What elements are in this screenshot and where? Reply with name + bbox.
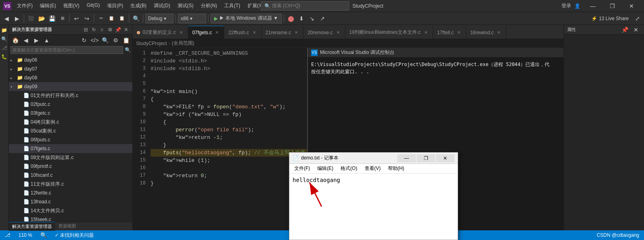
tree-folder-item[interactable]: ▸📁day07 (9, 64, 132, 73)
sidebar-up-btn[interactable]: ▲ (42, 35, 52, 45)
editor-tab[interactable]: 07fgets.c✕ (188, 26, 225, 39)
sidebar-filter-btn[interactable]: ≡ (99, 27, 105, 33)
cut-btn[interactable]: ✂ (96, 14, 106, 23)
debug-mode-dropdown[interactable]: Debug ▾ (145, 14, 173, 23)
menu-item[interactable]: 调试(D) (151, 2, 173, 10)
notepad-menu-item[interactable]: 编辑(E) (314, 164, 336, 173)
editor-tab[interactable]: 02变量的定义.c✕ (133, 26, 188, 39)
activity-git[interactable]: ⎇ (1, 44, 8, 52)
code-content[interactable]: #define _CRT_SECURE_NO_WARNINGS#include … (149, 48, 307, 230)
tab-close-btn[interactable]: ✕ (252, 30, 257, 35)
forward-btn[interactable]: ▶ (12, 14, 22, 23)
tree-file-item[interactable]: 📄08文件版四则运算.c (9, 153, 132, 162)
menu-item[interactable]: 视图(V) (60, 2, 83, 10)
tree-file-item[interactable]: 📄15fseek.c (9, 215, 132, 221)
menu-item[interactable]: 生成(B) (127, 2, 150, 10)
search-toolbar-btn[interactable]: 🔍 (131, 14, 141, 23)
tree-file-item[interactable]: 📄02fputc.c (9, 100, 132, 109)
tree-file-item[interactable]: 📄13fread.c (9, 197, 132, 206)
tree-folder-item[interactable]: ▾📁day09 (9, 82, 132, 91)
tree-file-item[interactable]: 📄10fscanf.c (9, 171, 132, 180)
run-btn[interactable]: ▶ ▶ 本地 Windows 调试器 ▼ (211, 14, 282, 23)
step-over-btn[interactable]: ⬇ (297, 14, 306, 23)
sidebar-collapse-btn[interactable]: ⊟ (83, 27, 89, 33)
copy-btn[interactable]: 📋 (107, 14, 116, 23)
redo-btn[interactable]: ↪ (82, 14, 92, 23)
tree-file-item[interactable]: 📄04拷贝案例.c (9, 118, 132, 126)
undo-btn[interactable]: ↩ (72, 14, 81, 23)
sidebar-close-btn[interactable]: ✕ (123, 27, 129, 33)
step-in-btn[interactable]: ↘ (307, 14, 317, 23)
tree-folder-item[interactable]: ▸📁day06 (9, 56, 132, 64)
tree-file-item[interactable]: 📄06fputs.c (9, 135, 132, 144)
editor-tab[interactable]: 20remove.c✕ (303, 26, 345, 39)
tab-solution-explorer[interactable]: 解决方案资源管理器 (9, 222, 55, 231)
activity-search[interactable]: 🔍 (1, 35, 8, 43)
tab-close-btn[interactable]: ✕ (496, 30, 502, 35)
tree-file-item[interactable]: 📄03fgetc.c (9, 109, 132, 118)
menu-item[interactable]: 分析(N) (198, 2, 221, 10)
activity-debug[interactable]: 🐛 (1, 53, 8, 60)
sidebar-settings-btn[interactable]: ⚙ (107, 27, 113, 33)
sidebar-refresh-btn[interactable]: ↻ (91, 27, 97, 33)
status-zoom-icon[interactable]: 🔍 (39, 230, 48, 240)
status-git-icon[interactable]: ⎇ (3, 230, 12, 240)
menu-item[interactable]: 工具(T) (221, 2, 243, 10)
tree-file-item[interactable]: 📄05cat案例.c (9, 126, 132, 135)
search-box[interactable]: 🔍 搜索 (Ctrl+Q) (261, 1, 349, 10)
paste-btn[interactable]: 📋 (117, 14, 127, 23)
editor-tab[interactable]: 21rename.c✕ (262, 26, 303, 39)
tree-file-item[interactable]: 📄12fwrite.c (9, 188, 132, 197)
activity-explorer[interactable]: 📁 (1, 27, 8, 34)
sidebar-props-btn[interactable]: 📋 (121, 35, 131, 45)
menu-item[interactable]: 测试(S) (174, 2, 197, 10)
tab-close-btn[interactable]: ✕ (423, 30, 429, 35)
open-btn[interactable]: 📂 (37, 14, 46, 23)
back-btn[interactable]: ◀ (2, 14, 11, 23)
close-btn[interactable]: ✕ (622, 0, 641, 12)
save-btn[interactable]: 💾 (47, 14, 57, 23)
restore-btn[interactable]: ❐ (603, 0, 621, 12)
live-share-btn[interactable]: ⚡ 13 Live Share (588, 15, 632, 22)
tree-file-item[interactable]: 📄07fgets.c (9, 144, 132, 153)
notepad-close-btn[interactable]: ✕ (436, 154, 454, 162)
tab-close-btn[interactable]: ✕ (214, 30, 220, 35)
tab-close-btn[interactable]: ✕ (293, 30, 299, 35)
tree-file-item[interactable]: 📄11文件版排序.c (9, 180, 132, 188)
sidebar-code-btn[interactable]: </> (90, 35, 99, 45)
status-zoom[interactable]: 110 % (17, 230, 34, 240)
sidebar-search2-btn[interactable]: 🔍 (100, 35, 110, 45)
new-project-btn[interactable]: ⬛ (26, 14, 36, 23)
sidebar-forward-btn[interactable]: ▶ (31, 35, 41, 45)
tree-folder-item[interactable]: ▸📁day08 (9, 73, 132, 82)
notepad-menu-item[interactable]: 帮助(H) (385, 164, 408, 173)
sidebar-back-btn[interactable]: ◀ (21, 35, 31, 45)
tab-close-btn[interactable]: ✕ (456, 30, 462, 35)
menu-item[interactable]: 编辑(E) (37, 2, 59, 10)
login-btn[interactable]: 登录 (561, 2, 571, 9)
minimize-btn[interactable]: — (584, 0, 602, 12)
editor-tab[interactable]: 22fflush.c✕ (224, 26, 261, 39)
notepad-minimize-btn[interactable]: — (397, 154, 416, 162)
tab-close-btn[interactable]: ✕ (335, 30, 341, 35)
notepad-menu-item[interactable]: 文件(F) (291, 164, 313, 173)
right-panel-close-btn[interactable]: ✕ (631, 25, 641, 35)
sidebar-settings2-btn[interactable]: ⚙ (111, 35, 120, 45)
right-panel-pin-btn[interactable]: 📌 (620, 25, 630, 35)
editor-tab[interactable]: 19判断linux和windows文本文件.c✕ (345, 26, 433, 39)
notepad-restore-btn[interactable]: ❐ (417, 154, 435, 162)
menu-item[interactable]: Git(G) (83, 2, 103, 10)
sidebar-sync-btn[interactable]: ↻ (79, 35, 89, 45)
menu-item[interactable]: 文件(F) (14, 2, 36, 10)
expand-btn[interactable]: ⤢ (633, 14, 642, 23)
user-icon[interactable]: 👤 (574, 3, 580, 9)
tab-resource-view[interactable]: 资源视图 (55, 222, 79, 231)
tree-file-item[interactable]: 📄14大文件拷贝.c (9, 206, 132, 215)
editor-tab[interactable]: 16rewind.c✕ (466, 26, 506, 39)
menu-item[interactable]: 项目(P) (104, 2, 126, 10)
platform-dropdown[interactable]: x86 ▾ (178, 14, 206, 23)
save-all-btn[interactable]: ⊞ (58, 14, 67, 23)
breakpoint-btn[interactable]: ⬤ (286, 14, 296, 23)
notepad-menu-item[interactable]: 格式(O) (337, 164, 360, 173)
tree-file-item[interactable]: 📄09fprintf.c (9, 162, 132, 171)
